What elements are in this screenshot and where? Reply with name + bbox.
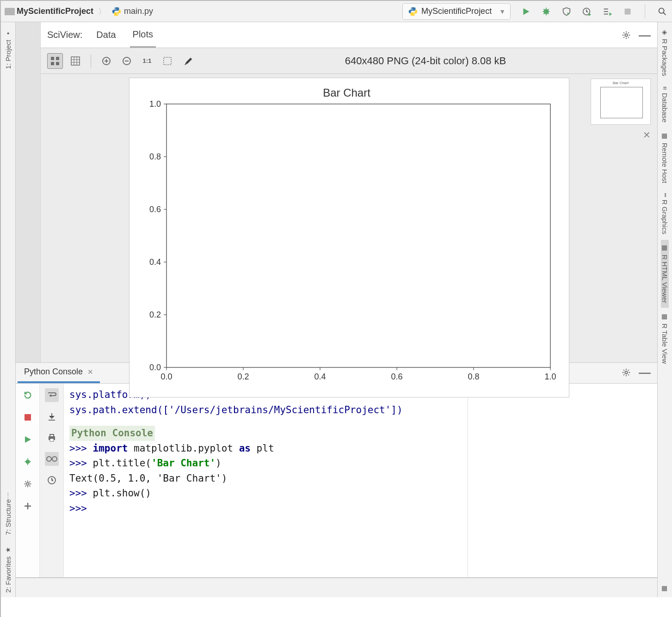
search-button[interactable] (656, 6, 668, 18)
breadcrumb-sep: 〉 (95, 6, 109, 17)
svg-point-50 (52, 457, 57, 461)
python-console: sys.platform)) sys.path.extend(['/Users/… (16, 384, 657, 578)
stop-button[interactable] (622, 6, 634, 18)
svg-rect-6 (625, 8, 631, 14)
settings-button[interactable] (620, 29, 632, 41)
history-button[interactable] (45, 473, 59, 487)
svg-text:0.4: 0.4 (149, 257, 160, 267)
plot-svg: 0.00.20.40.60.81.00.00.20.40.60.81.0 (134, 99, 560, 391)
graphics-icon: ⫾ (663, 191, 666, 199)
run-anything-button[interactable] (601, 6, 613, 18)
table-icon: ▦ (661, 313, 669, 321)
minimize-button[interactable]: — (639, 33, 651, 37)
tool-favorites[interactable]: 2: Favorites★ (4, 542, 12, 597)
plot-thumbnail[interactable]: Bar Chart (591, 79, 651, 125)
breadcrumb: MyScientificProject 〉 main.py (5, 6, 153, 17)
tool-r-table-view[interactable]: ▦R Table View (661, 309, 669, 368)
database-icon: ≡ (663, 85, 666, 92)
soft-wrap-button[interactable] (45, 388, 59, 402)
svg-point-44 (25, 459, 30, 464)
console-settings-button[interactable] (620, 367, 632, 379)
star-icon: ★ (5, 546, 12, 554)
tab-plots[interactable]: Plots (130, 23, 156, 48)
new-console-button[interactable] (21, 499, 35, 513)
tool-r-packages[interactable]: ◈R Packages (661, 24, 669, 81)
right-tool-strip: ◈R Packages ≡Database ▦Remote Host ⫾R Gr… (657, 22, 672, 597)
close-tab-icon[interactable]: ✕ (87, 368, 93, 376)
tool-project[interactable]: 1: Project▪ (4, 25, 12, 73)
execute-button[interactable] (21, 433, 35, 446)
svg-text:1.0: 1.0 (544, 372, 556, 381)
run-config-label: MyScientificProject (421, 6, 492, 16)
project-name[interactable]: MyScientificProject (17, 6, 93, 16)
tool-extra[interactable]: ▦ (661, 580, 669, 597)
plot-title: Bar Chart (134, 86, 560, 99)
left-tool-strip: 1: Project▪ 7: Structure⦙ 2: Favorites★ (1, 22, 16, 597)
console-options-button[interactable] (21, 477, 35, 491)
tab-python-console[interactable]: Python Console ✕ (18, 363, 100, 383)
profile-button[interactable] (581, 6, 593, 18)
scroll-to-end-button[interactable] (45, 409, 59, 423)
divider (645, 5, 645, 18)
svg-text:0.6: 0.6 (391, 372, 402, 381)
console-output[interactable]: sys.platform)) sys.path.extend(['/Users/… (64, 384, 468, 577)
color-picker-button[interactable] (180, 53, 196, 69)
actual-size-button[interactable]: 1:1 (139, 53, 155, 69)
divider (91, 55, 91, 67)
svg-text:0.2: 0.2 (237, 372, 249, 381)
tab-label: Python Console (24, 367, 83, 377)
svg-point-2 (411, 8, 412, 9)
sciview-header: SciView: Data Plots — (41, 22, 657, 48)
grid-icon: ▦ (661, 585, 669, 593)
close-thumbnail-button[interactable]: ✕ (643, 129, 651, 141)
plot-toolbar: 1:1 640x480 PNG (24-bit color) 8.08 kB (41, 48, 657, 74)
svg-rect-11 (51, 62, 54, 65)
stop-console-button[interactable] (21, 410, 35, 424)
debug-button[interactable] (540, 6, 552, 18)
run-config-selector[interactable]: MyScientificProject ▼ (402, 3, 511, 20)
show-vars-button[interactable] (45, 452, 59, 466)
svg-text:0.0: 0.0 (160, 372, 172, 381)
tool-r-graphics[interactable]: ⫾R Graphics (661, 189, 669, 239)
svg-text:0.4: 0.4 (314, 372, 326, 381)
rerun-button[interactable] (21, 388, 35, 402)
editor-gutter (16, 22, 41, 362)
fit-window-button[interactable] (47, 53, 63, 69)
tool-remote-host[interactable]: ▦Remote Host (661, 128, 669, 188)
console-minimize-button[interactable]: — (639, 370, 651, 375)
svg-point-7 (659, 8, 664, 13)
python-file-icon (111, 6, 122, 17)
tool-database[interactable]: ≡Database (661, 82, 669, 127)
sciview-title: SciView: (47, 30, 82, 40)
host-icon: ▦ (661, 133, 669, 140)
tool-structure[interactable]: 7: Structure⦙ (4, 490, 12, 540)
print-button[interactable] (45, 431, 59, 445)
variables-pane[interactable]: ▶ Special Variables (468, 384, 657, 577)
run-button[interactable] (520, 6, 532, 18)
zoom-in-button[interactable] (99, 53, 114, 69)
top-toolbar: MyScientificProject 〉 main.py MyScientif… (1, 1, 672, 22)
svg-point-45 (26, 483, 29, 485)
grid-button[interactable] (68, 53, 83, 69)
coverage-button[interactable] (561, 6, 573, 18)
svg-point-3 (414, 14, 415, 15)
svg-rect-13 (71, 57, 80, 65)
html-icon: ▦ (661, 244, 669, 252)
export-button[interactable] (160, 53, 175, 69)
python-icon (407, 6, 419, 17)
svg-point-42 (625, 371, 628, 374)
svg-text:0.2: 0.2 (149, 310, 160, 319)
debug-console-button[interactable] (21, 455, 35, 469)
tool-r-html-viewer[interactable]: ▦R HTML Viewer (661, 240, 669, 308)
structure-icon: ⦙ (7, 492, 9, 500)
svg-rect-16 (164, 57, 171, 65)
svg-text:1.0: 1.0 (149, 99, 160, 109)
plot-area: Bar Chart 0.00.20.40.60.81.00.00.20.40.6… (41, 74, 657, 362)
zoom-out-button[interactable] (119, 53, 135, 69)
folder-icon (5, 8, 15, 15)
svg-point-49 (47, 457, 51, 461)
svg-rect-17 (166, 104, 550, 367)
file-name[interactable]: main.py (124, 6, 153, 16)
toolbar-actions (513, 5, 668, 18)
tab-data[interactable]: Data (93, 23, 118, 47)
